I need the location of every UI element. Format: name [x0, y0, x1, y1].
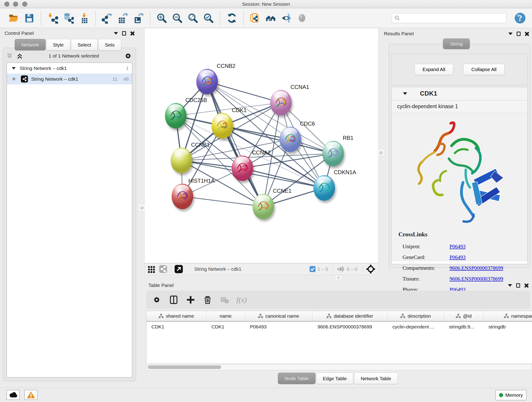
toolbar-search — [392, 13, 506, 23]
network-node-CCNA1[interactable] — [270, 90, 292, 115]
collapse-all-button[interactable]: Collapse All — [463, 64, 505, 75]
column-header-description[interactable]: description — [387, 311, 444, 321]
birds-eye-crosshair-icon[interactable] — [366, 264, 375, 274]
network-view-icon-disabled[interactable] — [159, 265, 167, 274]
export-image-button[interactable] — [132, 12, 145, 25]
tab-sets[interactable]: Sets — [98, 39, 121, 51]
crosslink-genecard-link[interactable]: P06493 — [450, 254, 466, 260]
tab-network-table[interactable]: Network Table — [354, 373, 398, 384]
table-cell[interactable]: cyclin-dependent ... — [387, 322, 444, 332]
delete-columns-button[interactable] — [203, 295, 213, 305]
expand-all-networks-icon[interactable] — [16, 52, 24, 59]
tab-string[interactable]: String — [443, 38, 470, 49]
network-canvas[interactable]: CCNB2CCNA1CDC25BCDK1CDC6RB1CCNB1CCNA2CDK… — [144, 28, 379, 263]
show-columns-button[interactable] — [169, 295, 179, 305]
panel-menu-icon[interactable] — [114, 32, 118, 35]
table-cell[interactable]: CDK1 — [146, 322, 206, 332]
section-expander-icon[interactable] — [403, 92, 407, 95]
selected-checkbox-icon[interactable] — [309, 266, 316, 272]
show-all-button-disabled[interactable] — [295, 12, 309, 25]
left-splitter-handle[interactable] — [139, 204, 145, 211]
panel-menu-icon[interactable] — [508, 284, 512, 287]
protein-card-header[interactable]: CDK1 — [392, 87, 527, 100]
network-node-CDC25B[interactable] — [165, 103, 186, 128]
table-settings-gear-button[interactable] — [152, 295, 162, 305]
cloud-status-button[interactable] — [6, 390, 20, 400]
hide-unselected-button[interactable] — [280, 12, 293, 25]
apply-preferred-layout-button[interactable] — [225, 12, 239, 25]
open-in-window-icon[interactable] — [174, 264, 183, 274]
network-edge-CCNA2-CDKN1A[interactable] — [242, 168, 324, 188]
table-cell[interactable]: 9606.ENSP00000378699 — [312, 322, 387, 332]
column-header-canonical-name[interactable]: canonical name — [245, 311, 312, 321]
divider — [171, 265, 171, 273]
close-panel-icon[interactable] — [524, 283, 529, 288]
network-node-CDC6[interactable] — [279, 127, 301, 152]
function-builder-label-disabled[interactable]: f(x) — [236, 296, 247, 304]
column-header--id[interactable]: @id — [444, 311, 483, 321]
column-header-namespace[interactable]: namespace — [483, 311, 532, 321]
float-panel-icon[interactable] — [517, 32, 520, 36]
network-options-gear-icon[interactable] — [123, 51, 133, 61]
crosslink-compartments-link[interactable]: 9606.ENSP00000378699 — [450, 265, 503, 271]
open-session-button[interactable] — [7, 12, 20, 25]
network-node-CDK1[interactable] — [211, 113, 233, 139]
zoom-out-button[interactable] — [171, 12, 184, 25]
tab-edge-table[interactable]: Edge Table — [316, 373, 354, 384]
network-node-CCNA2[interactable] — [232, 155, 253, 181]
export-network-icon — [102, 13, 113, 24]
help-button[interactable]: ? — [514, 12, 526, 24]
tab-style[interactable]: Style — [46, 39, 70, 51]
network-node-RB1[interactable] — [322, 141, 344, 166]
create-column-button[interactable] — [186, 295, 196, 305]
search-input[interactable] — [400, 14, 504, 22]
string-home-button[interactable] — [264, 12, 278, 25]
grid-view-icon[interactable] — [147, 265, 156, 273]
close-panel-icon[interactable] — [525, 32, 529, 36]
float-panel-icon[interactable] — [122, 31, 126, 36]
warnings-button[interactable] — [24, 390, 38, 400]
network-node-CCNB1[interactable] — [171, 148, 192, 173]
zoom-selected-button[interactable] — [202, 12, 215, 25]
import-network-database-button[interactable] — [62, 12, 75, 25]
table-horizontal-scrollbar[interactable] — [146, 364, 532, 370]
panel-menu-icon[interactable] — [508, 32, 513, 35]
float-panel-icon[interactable] — [516, 283, 520, 288]
memory-button[interactable]: Memory — [495, 390, 526, 400]
expand-all-button[interactable]: Expand All — [414, 64, 453, 75]
tab-select[interactable]: Select — [71, 39, 98, 51]
delete-table-button-disabled[interactable] — [220, 295, 230, 305]
save-session-button[interactable] — [23, 12, 36, 25]
crosslink-uniprot-link[interactable]: P06493 — [450, 244, 466, 249]
table-cell[interactable]: stringdb — [483, 322, 532, 332]
column-header-name[interactable]: name — [206, 311, 245, 321]
network-node-CCNE1[interactable] — [253, 194, 274, 219]
close-panel-icon[interactable] — [130, 31, 135, 36]
horizontal-splitter-handle[interactable] — [335, 275, 342, 280]
network-edge-CCNB2-CCNE1[interactable] — [207, 82, 263, 206]
table-cell[interactable]: CDK1 — [206, 322, 245, 332]
tab-node-table[interactable]: Node Table — [278, 373, 316, 384]
collection-expander-icon[interactable] — [12, 67, 16, 70]
tab-network[interactable]: Network — [15, 39, 46, 51]
export-network-button[interactable] — [101, 12, 114, 25]
collapse-all-networks-icon[interactable] — [6, 52, 14, 59]
table-cell[interactable]: P06493 — [245, 322, 312, 332]
import-network-file-button[interactable] — [46, 12, 59, 25]
network-node-CCNB2[interactable] — [196, 69, 218, 95]
column-header-shared-name[interactable]: shared name — [146, 311, 206, 321]
zoom-fit-button[interactable] — [186, 12, 200, 25]
table-cell[interactable]: stringdb:9... — [444, 322, 483, 332]
scrollbar-thumb[interactable] — [148, 365, 221, 369]
zoom-in-button[interactable] — [155, 12, 168, 25]
column-header-database-identifier[interactable]: database identifier — [312, 311, 387, 321]
network-row-selected[interactable]: String Network – cdk1 11 48 — [7, 74, 132, 84]
table-row[interactable]: CDK1CDK1P064939606.ENSP00000378699cyclin… — [146, 322, 532, 332]
export-table-button[interactable] — [116, 12, 129, 25]
network-node-HIST1H1A[interactable] — [172, 184, 193, 209]
import-table-file-button[interactable] — [77, 12, 90, 25]
string-annotations-button[interactable] — [249, 12, 262, 25]
network-edge-CCNE1-HIST1H1A[interactable] — [182, 196, 263, 206]
network-collection-row[interactable]: String Network – cdk1 1 — [7, 63, 132, 74]
network-node-CDKN1A[interactable] — [313, 175, 335, 201]
